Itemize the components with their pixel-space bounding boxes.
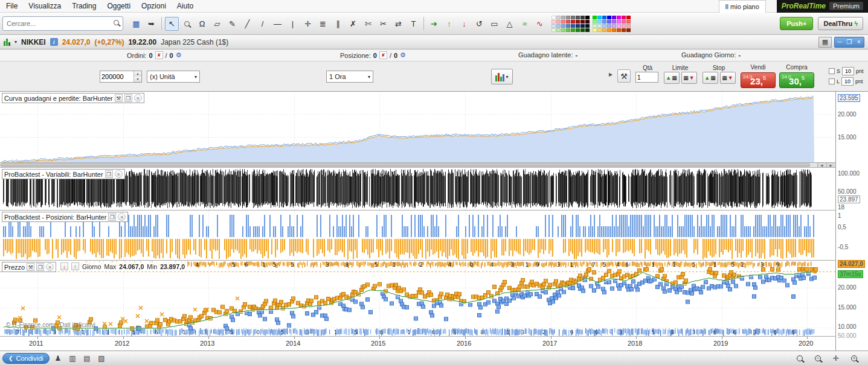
share-button[interactable]: ❮ Condividi	[2, 353, 50, 364]
palette-color[interactable]	[576, 20, 580, 24]
zoom-in-icon[interactable]: +	[847, 352, 861, 364]
scroll-right-icon[interactable]: ▶	[826, 163, 835, 167]
chart-type-button[interactable]: ▾	[491, 69, 513, 84]
maximize-icon[interactable]: ❐	[105, 170, 113, 178]
palette-color[interactable]	[597, 28, 602, 32]
palette-color[interactable]	[576, 28, 580, 32]
menu-opzioni[interactable]: Opzioni	[141, 2, 166, 10]
position-settings-icon[interactable]: ⚙	[400, 51, 406, 59]
my-plan-button[interactable]: Il mio piano	[719, 0, 766, 13]
palette-color[interactable]	[602, 20, 606, 24]
triangle-tool-icon[interactable]: △	[503, 17, 516, 31]
limit-checkbox[interactable]	[829, 78, 835, 84]
workspace-icon[interactable]: ▦	[129, 17, 143, 31]
palette-color[interactable]	[597, 20, 602, 24]
trendline-tool-icon[interactable]: ╱	[240, 17, 254, 31]
palette-color[interactable]	[580, 20, 585, 24]
close-icon[interactable]: ×	[115, 170, 123, 178]
palette-color[interactable]	[626, 20, 631, 24]
quantity-input[interactable]	[100, 71, 133, 82]
palette-color[interactable]	[597, 24, 602, 28]
palette-color[interactable]	[576, 24, 580, 28]
menu-file[interactable]: File	[6, 2, 18, 10]
palette-color[interactable]	[566, 20, 570, 24]
limite-buy-order-button[interactable]: ▲▦	[664, 72, 680, 84]
stop-checkbox[interactable]	[829, 68, 835, 74]
palette-color[interactable]	[607, 28, 611, 32]
lasso-tool-icon[interactable]: ↺	[472, 17, 486, 31]
palette-color[interactable]	[622, 16, 626, 19]
palette-color[interactable]	[566, 16, 570, 19]
palette-color[interactable]	[561, 16, 565, 19]
palette-color[interactable]	[617, 28, 621, 32]
palette-color[interactable]	[561, 24, 565, 28]
zoom-selection-icon[interactable]	[793, 352, 806, 364]
layout-grid-icon[interactable]: ▦	[818, 37, 832, 48]
palette-color[interactable]	[597, 16, 602, 19]
palette-color[interactable]	[593, 24, 597, 28]
palette-color[interactable]	[622, 28, 626, 32]
stats-icon[interactable]: ▥	[66, 352, 79, 364]
timeframe-select[interactable]: 1 Ora ▾	[326, 71, 373, 83]
menu-oggetti[interactable]: Oggetti	[107, 2, 130, 10]
sell-arrow-icon[interactable]: ↓	[60, 262, 68, 270]
palette-color[interactable]	[622, 20, 626, 24]
menu-trading[interactable]: Trading	[72, 2, 96, 10]
palette-color[interactable]	[561, 20, 565, 24]
wrench-icon[interactable]: ⚒	[27, 263, 34, 271]
maximize-icon[interactable]: ❐	[36, 263, 44, 271]
palette-color[interactable]	[585, 24, 590, 28]
palette-color[interactable]	[556, 24, 561, 28]
price-scale-column[interactable]: 23.595 20.000 15.000 100.000 50.000 23.8…	[835, 92, 868, 351]
text-tool-icon[interactable]: T	[407, 17, 420, 31]
sell-button[interactable]: 24.0 23, 5	[741, 72, 776, 88]
palette-color[interactable]	[580, 24, 585, 28]
arrow-right-icon[interactable]: ➔	[427, 17, 441, 31]
palette-color[interactable]	[571, 20, 575, 24]
pencil-tool-icon[interactable]: ✎	[225, 17, 239, 31]
profile-icon[interactable]: ♟	[52, 352, 64, 364]
maximize-icon[interactable]: ❐	[124, 94, 132, 102]
close-icon[interactable]: ×	[46, 263, 54, 271]
palette-color[interactable]	[566, 24, 570, 28]
buy-button[interactable]: 24.0 30, 5	[779, 72, 814, 88]
maximize-icon[interactable]: ❐	[844, 37, 854, 47]
palette-color[interactable]	[622, 24, 626, 28]
order-settings-wrench-icon[interactable]: ⚒	[617, 69, 631, 83]
palette-color[interactable]	[602, 16, 606, 19]
merge-tool-icon[interactable]: ⇄	[391, 17, 405, 31]
palette-color[interactable]	[626, 28, 631, 32]
palette-color[interactable]	[607, 16, 611, 19]
palette-color[interactable]	[593, 20, 597, 24]
search-input[interactable]	[2, 16, 123, 31]
scrollbar-thumb[interactable]	[1, 163, 810, 167]
instrument-name[interactable]: NIKKEI	[21, 38, 46, 46]
instrument-dropdown-icon[interactable]: ▾	[14, 39, 17, 45]
palette-color[interactable]	[626, 16, 631, 19]
crosshair-tool-icon[interactable]: ✛	[301, 17, 315, 31]
fibonacci-tool-icon[interactable]: ≣	[316, 17, 330, 31]
info-icon[interactable]: i	[50, 38, 58, 46]
palette-color[interactable]	[626, 24, 631, 28]
search-icon[interactable]	[114, 20, 119, 25]
buy-arrow-icon[interactable]: ↑	[71, 262, 79, 270]
zoom-out-icon[interactable]: −	[811, 352, 825, 364]
palette-color[interactable]	[617, 16, 621, 19]
qta-input[interactable]	[635, 72, 658, 83]
dealthru-button[interactable]: DealThru ϟ	[818, 17, 863, 30]
rectangle-tool-icon[interactable]: ▭	[487, 17, 501, 31]
menu-aiuto[interactable]: Aiuto	[177, 2, 193, 10]
palette-color[interactable]	[612, 20, 616, 24]
close-icon[interactable]: ×	[134, 94, 142, 102]
zigzag-tool-icon[interactable]: ∿	[533, 17, 547, 31]
wrench-icon[interactable]: ⚒	[115, 94, 123, 102]
broker-link-icon[interactable]: ➥	[144, 17, 158, 31]
scroll-left-icon[interactable]: ◀	[817, 163, 826, 167]
palette-color[interactable]	[576, 16, 580, 19]
palette-color[interactable]	[551, 28, 556, 32]
palette-color[interactable]	[607, 20, 611, 24]
palette-color[interactable]	[571, 24, 575, 28]
knife-tool-icon[interactable]: ✄	[361, 17, 375, 31]
palette-color[interactable]	[602, 28, 606, 32]
arrow-up-icon[interactable]: ↑	[442, 17, 456, 31]
